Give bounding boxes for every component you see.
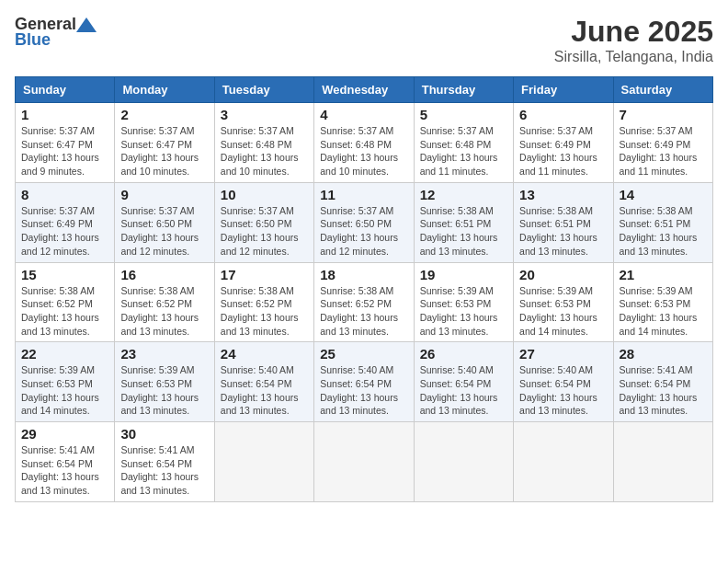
logo: General Blue xyxy=(15,15,97,50)
day-info: Sunrise: 5:38 AMSunset: 6:51 PMDaylight:… xyxy=(420,204,507,259)
day-number: 1 xyxy=(21,107,108,122)
day-info: Sunrise: 5:37 AMSunset: 6:50 PMDaylight:… xyxy=(221,204,308,259)
calendar-title: June 2025 xyxy=(554,15,713,49)
day-info: Sunrise: 5:37 AMSunset: 6:47 PMDaylight:… xyxy=(21,124,108,178)
calendar-cell: 3Sunrise: 5:37 AMSunset: 6:48 PMDaylight… xyxy=(214,103,313,183)
day-info: Sunrise: 5:38 AMSunset: 6:52 PMDaylight:… xyxy=(320,284,407,339)
calendar-cell: 26Sunrise: 5:40 AMSunset: 6:54 PMDayligh… xyxy=(414,342,513,422)
day-info: Sunrise: 5:37 AMSunset: 6:48 PMDaylight:… xyxy=(420,124,507,178)
day-info: Sunrise: 5:40 AMSunset: 6:54 PMDaylight:… xyxy=(420,363,507,418)
day-info: Sunrise: 5:40 AMSunset: 6:54 PMDaylight:… xyxy=(221,363,308,418)
day-info: Sunrise: 5:40 AMSunset: 6:54 PMDaylight:… xyxy=(320,363,407,418)
day-number: 12 xyxy=(420,187,507,202)
day-info: Sunrise: 5:38 AMSunset: 6:52 PMDaylight:… xyxy=(221,284,308,339)
day-info: Sunrise: 5:37 AMSunset: 6:50 PMDaylight:… xyxy=(320,204,407,259)
logo-blue-text: Blue xyxy=(15,30,51,50)
calendar-cell: 10Sunrise: 5:37 AMSunset: 6:50 PMDayligh… xyxy=(214,182,313,262)
day-number: 7 xyxy=(620,107,707,122)
calendar-cell: 7Sunrise: 5:37 AMSunset: 6:49 PMDaylight… xyxy=(613,103,712,183)
calendar-cell: 30Sunrise: 5:41 AMSunset: 6:54 PMDayligh… xyxy=(115,422,214,502)
calendar-cell: 12Sunrise: 5:38 AMSunset: 6:51 PMDayligh… xyxy=(414,182,513,262)
day-number: 17 xyxy=(221,267,308,282)
day-number: 22 xyxy=(21,346,108,362)
calendar-cell xyxy=(514,422,613,502)
day-info: Sunrise: 5:39 AMSunset: 6:53 PMDaylight:… xyxy=(420,284,507,339)
day-number: 27 xyxy=(519,346,607,362)
calendar-week-row: 15Sunrise: 5:38 AMSunset: 6:52 PMDayligh… xyxy=(16,262,713,342)
day-info: Sunrise: 5:39 AMSunset: 6:53 PMDaylight:… xyxy=(620,284,707,339)
calendar-cell: 2Sunrise: 5:37 AMSunset: 6:47 PMDaylight… xyxy=(115,103,214,183)
day-info: Sunrise: 5:38 AMSunset: 6:52 PMDaylight:… xyxy=(120,284,208,339)
day-info: Sunrise: 5:40 AMSunset: 6:54 PMDaylight:… xyxy=(519,363,607,418)
title-section: June 2025 Sirsilla, Telangana, India xyxy=(554,15,713,65)
day-number: 9 xyxy=(120,187,208,202)
calendar-cell: 15Sunrise: 5:38 AMSunset: 6:52 PMDayligh… xyxy=(16,262,115,342)
day-number: 25 xyxy=(320,346,407,362)
day-info: Sunrise: 5:39 AMSunset: 6:53 PMDaylight:… xyxy=(120,363,208,418)
calendar-cell: 18Sunrise: 5:38 AMSunset: 6:52 PMDayligh… xyxy=(314,262,414,342)
day-number: 14 xyxy=(620,187,707,202)
calendar-week-row: 1Sunrise: 5:37 AMSunset: 6:47 PMDaylight… xyxy=(16,103,713,183)
day-number: 19 xyxy=(420,267,507,282)
day-number: 15 xyxy=(21,267,108,282)
day-info: Sunrise: 5:37 AMSunset: 6:47 PMDaylight:… xyxy=(120,124,208,178)
calendar-cell xyxy=(613,422,712,502)
calendar-cell: 16Sunrise: 5:38 AMSunset: 6:52 PMDayligh… xyxy=(115,262,214,342)
calendar-cell: 23Sunrise: 5:39 AMSunset: 6:53 PMDayligh… xyxy=(115,342,214,422)
calendar-cell: 8Sunrise: 5:37 AMSunset: 6:49 PMDaylight… xyxy=(16,182,115,262)
column-header-sunday: Sunday xyxy=(16,77,115,103)
calendar-cell: 22Sunrise: 5:39 AMSunset: 6:53 PMDayligh… xyxy=(16,342,115,422)
day-info: Sunrise: 5:41 AMSunset: 6:54 PMDaylight:… xyxy=(120,443,208,498)
day-number: 20 xyxy=(519,267,607,282)
day-info: Sunrise: 5:37 AMSunset: 6:50 PMDaylight:… xyxy=(120,204,208,259)
calendar-cell: 6Sunrise: 5:37 AMSunset: 6:49 PMDaylight… xyxy=(514,103,613,183)
calendar-cell: 14Sunrise: 5:38 AMSunset: 6:51 PMDayligh… xyxy=(613,182,712,262)
calendar-header-row: SundayMondayTuesdayWednesdayThursdayFrid… xyxy=(16,77,713,103)
day-number: 23 xyxy=(120,346,208,362)
day-info: Sunrise: 5:38 AMSunset: 6:51 PMDaylight:… xyxy=(620,204,707,259)
day-number: 3 xyxy=(221,107,308,122)
day-info: Sunrise: 5:41 AMSunset: 6:54 PMDaylight:… xyxy=(620,363,707,418)
calendar-cell: 17Sunrise: 5:38 AMSunset: 6:52 PMDayligh… xyxy=(214,262,313,342)
day-number: 30 xyxy=(120,426,208,442)
calendar-cell: 13Sunrise: 5:38 AMSunset: 6:51 PMDayligh… xyxy=(514,182,613,262)
calendar-cell: 4Sunrise: 5:37 AMSunset: 6:48 PMDaylight… xyxy=(314,103,414,183)
day-number: 11 xyxy=(320,187,407,202)
day-number: 5 xyxy=(420,107,507,122)
day-info: Sunrise: 5:41 AMSunset: 6:54 PMDaylight:… xyxy=(21,443,108,498)
day-number: 29 xyxy=(21,426,108,442)
day-number: 2 xyxy=(120,107,208,122)
logo-triangle-icon xyxy=(76,16,97,34)
day-number: 6 xyxy=(519,107,607,122)
calendar-cell: 20Sunrise: 5:39 AMSunset: 6:53 PMDayligh… xyxy=(514,262,613,342)
day-number: 24 xyxy=(221,346,308,362)
calendar-week-row: 8Sunrise: 5:37 AMSunset: 6:49 PMDaylight… xyxy=(16,182,713,262)
day-number: 16 xyxy=(120,267,208,282)
day-info: Sunrise: 5:37 AMSunset: 6:49 PMDaylight:… xyxy=(21,204,108,259)
calendar-cell: 28Sunrise: 5:41 AMSunset: 6:54 PMDayligh… xyxy=(613,342,712,422)
day-number: 13 xyxy=(519,187,607,202)
calendar-cell: 11Sunrise: 5:37 AMSunset: 6:50 PMDayligh… xyxy=(314,182,414,262)
day-info: Sunrise: 5:38 AMSunset: 6:52 PMDaylight:… xyxy=(21,284,108,339)
calendar-cell: 24Sunrise: 5:40 AMSunset: 6:54 PMDayligh… xyxy=(214,342,313,422)
day-number: 8 xyxy=(21,187,108,202)
day-info: Sunrise: 5:37 AMSunset: 6:49 PMDaylight:… xyxy=(620,124,707,178)
day-number: 26 xyxy=(420,346,507,362)
day-number: 18 xyxy=(320,267,407,282)
calendar-cell: 25Sunrise: 5:40 AMSunset: 6:54 PMDayligh… xyxy=(314,342,414,422)
column-header-tuesday: Tuesday xyxy=(214,77,313,103)
column-header-saturday: Saturday xyxy=(613,77,712,103)
calendar-cell: 21Sunrise: 5:39 AMSunset: 6:53 PMDayligh… xyxy=(613,262,712,342)
column-header-friday: Friday xyxy=(514,77,613,103)
day-info: Sunrise: 5:37 AMSunset: 6:48 PMDaylight:… xyxy=(221,124,308,178)
day-number: 10 xyxy=(221,187,308,202)
calendar-cell: 5Sunrise: 5:37 AMSunset: 6:48 PMDaylight… xyxy=(414,103,513,183)
calendar-subtitle: Sirsilla, Telangana, India xyxy=(554,49,713,65)
calendar-week-row: 29Sunrise: 5:41 AMSunset: 6:54 PMDayligh… xyxy=(16,422,713,502)
calendar-table: SundayMondayTuesdayWednesdayThursdayFrid… xyxy=(15,76,713,502)
calendar-cell xyxy=(414,422,513,502)
day-info: Sunrise: 5:39 AMSunset: 6:53 PMDaylight:… xyxy=(21,363,108,418)
column-header-thursday: Thursday xyxy=(414,77,513,103)
day-number: 4 xyxy=(320,107,407,122)
column-header-wednesday: Wednesday xyxy=(314,77,414,103)
